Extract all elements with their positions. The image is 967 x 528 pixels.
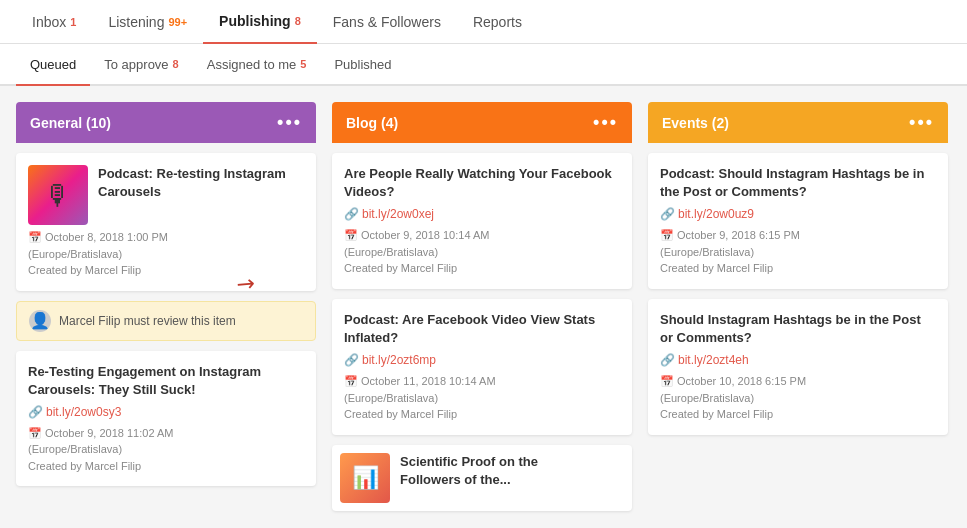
card-inner: 📊 Scientific Proof on theFollowers of th… <box>340 453 624 503</box>
nav-fans-label: Fans & Followers <box>333 14 441 30</box>
card-meta: 📅 October 8, 2018 1:00 PM (Europe/Bratis… <box>28 229 304 279</box>
col-menu-blog[interactable]: ••• <box>593 112 618 133</box>
card-inner: 🎙 Podcast: Re-testing Instagram Carousel… <box>28 165 304 225</box>
card-meta: 📅 October 9, 2018 6:15 PM (Europe/Bratis… <box>660 227 936 277</box>
col-title-blog: Blog (4) <box>346 115 398 131</box>
card-meta: 📅 October 9, 2018 11:02 AM (Europe/Brati… <box>28 425 304 475</box>
col-header-events: Events (2) ••• <box>648 102 948 143</box>
sub-nav: Queued To approve 8 Assigned to me 5 Pub… <box>0 44 967 86</box>
card-title: Podcast: Are Facebook Video View Stats I… <box>344 311 620 347</box>
col-menu-general[interactable]: ••• <box>277 112 302 133</box>
nav-inbox[interactable]: Inbox 1 <box>16 0 92 44</box>
card-meta: 📅 October 9, 2018 10:14 AM (Europe/Brati… <box>344 227 620 277</box>
card-retesting-engagement[interactable]: Re-Testing Engagement on Instagram Carou… <box>16 351 316 487</box>
calendar-icon: 📅 <box>28 427 42 439</box>
top-nav: Inbox 1 Listening 99+ Publishing 8 Fans … <box>0 0 967 44</box>
calendar-icon: 📅 <box>344 375 358 387</box>
subnav-assigned-label: Assigned to me <box>207 57 297 72</box>
nav-publishing-label: Publishing <box>219 13 291 29</box>
nav-listening-label: Listening <box>108 14 164 30</box>
review-banner: 👤 Marcel Filip must review this item ↙ <box>16 301 316 341</box>
link-text: bit.ly/2ow0sy3 <box>46 405 121 419</box>
nav-reports-label: Reports <box>473 14 522 30</box>
card-title: Re-Testing Engagement on Instagram Carou… <box>28 363 304 399</box>
reviewer-avatar: 👤 <box>29 310 51 332</box>
column-blog: Blog (4) ••• Are People Really Watching … <box>332 102 632 521</box>
link-icon: 🔗 <box>28 405 43 419</box>
calendar-icon: 📅 <box>660 229 674 241</box>
card-title: Podcast: Re-testing Instagram Carousels <box>98 165 304 201</box>
card-link[interactable]: 🔗 bit.ly/2ow0xej <box>344 207 620 221</box>
link-text: bit.ly/2ozt4eh <box>678 353 749 367</box>
subnav-to-approve-badge: 8 <box>173 58 179 70</box>
link-icon: 🔗 <box>344 207 359 221</box>
nav-reports[interactable]: Reports <box>457 0 538 44</box>
card-title: Should Instagram Hashtags be in the Post… <box>660 311 936 347</box>
card-thumbnail: 🎙 <box>28 165 88 225</box>
link-icon: 🔗 <box>660 353 675 367</box>
col-body-general: 🎙 Podcast: Re-testing Instagram Carousel… <box>16 143 316 496</box>
subnav-published-label: Published <box>334 57 391 72</box>
subnav-to-approve[interactable]: To approve 8 <box>90 43 192 85</box>
calendar-icon: 📅 <box>344 229 358 241</box>
nav-listening[interactable]: Listening 99+ <box>92 0 203 44</box>
card-instagram-hashtags-1[interactable]: Podcast: Should Instagram Hashtags be in… <box>648 153 948 289</box>
card-facebook-stats[interactable]: Podcast: Are Facebook Video View Stats I… <box>332 299 632 435</box>
card-title: Scientific Proof on theFollowers of the.… <box>400 453 538 489</box>
nav-inbox-badge: 1 <box>70 16 76 28</box>
card-link[interactable]: 🔗 bit.ly/2ow0sy3 <box>28 405 304 419</box>
nav-publishing[interactable]: Publishing 8 <box>203 0 317 44</box>
kanban-area: General (10) ••• 🎙 Podcast: Re-testing I… <box>0 86 967 528</box>
calendar-icon: 📅 <box>660 375 674 387</box>
card-title: Podcast: Should Instagram Hashtags be in… <box>660 165 936 201</box>
card-meta: 📅 October 10, 2018 6:15 PM (Europe/Brati… <box>660 373 936 423</box>
link-text: bit.ly/2ow0uz9 <box>678 207 754 221</box>
calendar-icon: 📅 <box>28 231 42 243</box>
subnav-queued-label: Queued <box>30 57 76 72</box>
card-link[interactable]: 🔗 bit.ly/2ozt4eh <box>660 353 936 367</box>
link-icon: 🔗 <box>660 207 675 221</box>
card-content: Podcast: Re-testing Instagram Carousels <box>98 165 304 225</box>
card-facebook-videos[interactable]: Are People Really Watching Your Facebook… <box>332 153 632 289</box>
col-menu-events[interactable]: ••• <box>909 112 934 133</box>
col-body-events: Podcast: Should Instagram Hashtags be in… <box>648 143 948 445</box>
nav-listening-badge: 99+ <box>168 16 187 28</box>
card-thumbnail: 📊 <box>340 453 390 503</box>
card-link[interactable]: 🔗 bit.ly/2ozt6mp <box>344 353 620 367</box>
card-content: Scientific Proof on theFollowers of the.… <box>400 453 538 503</box>
card-podcast-retesting[interactable]: 🎙 Podcast: Re-testing Instagram Carousel… <box>16 153 316 291</box>
link-icon: 🔗 <box>344 353 359 367</box>
card-instagram-hashtags-2[interactable]: Should Instagram Hashtags be in the Post… <box>648 299 948 435</box>
card-title: Are People Really Watching Your Facebook… <box>344 165 620 201</box>
card-meta: 📅 October 11, 2018 10:14 AM (Europe/Brat… <box>344 373 620 423</box>
card-link[interactable]: 🔗 bit.ly/2ow0uz9 <box>660 207 936 221</box>
nav-fans-followers[interactable]: Fans & Followers <box>317 0 457 44</box>
card-scientific-proof[interactable]: 📊 Scientific Proof on theFollowers of th… <box>332 445 632 511</box>
col-body-blog: Are People Really Watching Your Facebook… <box>332 143 632 521</box>
review-text: Marcel Filip must review this item <box>59 314 236 328</box>
subnav-assigned-badge: 5 <box>300 58 306 70</box>
subnav-published[interactable]: Published <box>320 43 405 85</box>
subnav-to-approve-label: To approve <box>104 57 168 72</box>
col-title-general: General (10) <box>30 115 111 131</box>
column-general: General (10) ••• 🎙 Podcast: Re-testing I… <box>16 102 316 521</box>
column-events: Events (2) ••• Podcast: Should Instagram… <box>648 102 948 521</box>
subnav-queued[interactable]: Queued <box>16 44 90 86</box>
col-header-general: General (10) ••• <box>16 102 316 143</box>
nav-publishing-badge: 8 <box>295 15 301 27</box>
col-header-blog: Blog (4) ••• <box>332 102 632 143</box>
col-title-events: Events (2) <box>662 115 729 131</box>
subnav-assigned-to-me[interactable]: Assigned to me 5 <box>193 43 321 85</box>
link-text: bit.ly/2ow0xej <box>362 207 434 221</box>
link-text: bit.ly/2ozt6mp <box>362 353 436 367</box>
nav-inbox-label: Inbox <box>32 14 66 30</box>
